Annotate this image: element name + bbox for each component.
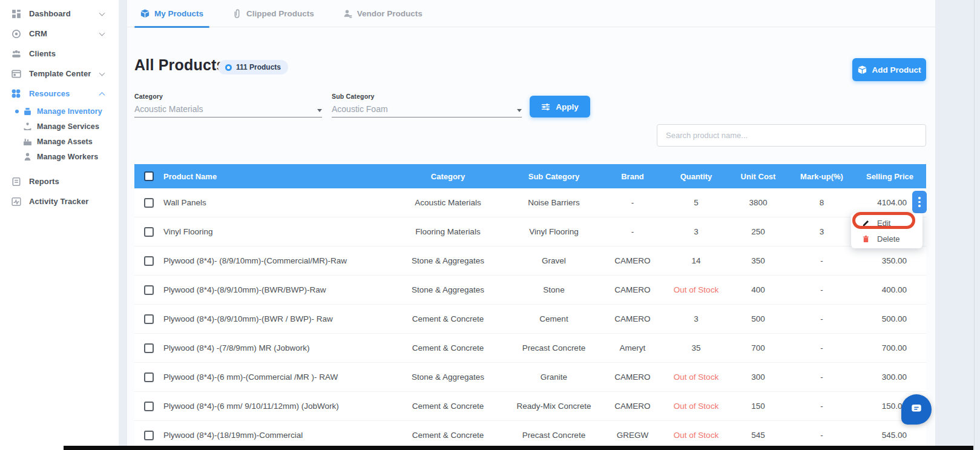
table-row[interactable]: Plywood (8*4)-(6 mm/ 9/10/11/12mm) (JobW… <box>134 392 926 421</box>
apply-button[interactable]: Apply <box>530 96 590 117</box>
active-bullet-icon <box>15 110 19 113</box>
edit-menu-item[interactable]: Edit <box>851 215 922 231</box>
sidebar-item-label: Manage Workers <box>37 153 98 161</box>
add-product-button[interactable]: Add Product <box>852 58 926 81</box>
table-row[interactable]: Plywood (8*4) -(7/8/9mm) MR (Jobwork) Ce… <box>134 334 926 363</box>
cell-selling-price: 350.00 <box>853 256 926 265</box>
paperclip-icon <box>232 9 242 18</box>
tab-clipped-products[interactable]: Clipped Products <box>226 0 320 27</box>
row-checkbox[interactable] <box>144 402 154 411</box>
tab-my-products[interactable]: My Products <box>134 0 209 27</box>
row-checkbox[interactable] <box>144 372 154 382</box>
row-checkbox[interactable] <box>144 314 154 324</box>
main-panel: My Products Clipped Products Vendor Prod… <box>127 0 935 450</box>
sidebar-item-clients[interactable]: Clients <box>0 44 119 64</box>
cell-unit-cost: 500 <box>726 314 790 323</box>
cell-brand: CAMERO <box>599 314 666 323</box>
sidebar-item-resources[interactable]: Resources <box>0 84 119 104</box>
page-title: All Products <box>134 56 225 74</box>
cell-selling-price: 300.00 <box>853 372 926 382</box>
edit-label: Edit <box>877 219 890 228</box>
cell-product-name: Plywood (8*4)-(8/9/10mm)-(BWR / BWP)- Ra… <box>163 314 387 323</box>
row-checkbox[interactable] <box>144 285 154 295</box>
sidebar-item-activity-tracker[interactable]: Activity Tracker <box>0 191 119 211</box>
select-all-checkbox[interactable] <box>144 171 154 181</box>
cell-unit-cost: 545 <box>726 431 790 440</box>
cell-product-name: Plywood (8*4)-(6 mm/ 9/10/11/12mm) (JobW… <box>163 402 387 411</box>
sidebar-item-template-center[interactable]: Template Center <box>0 64 119 84</box>
row-checkbox[interactable] <box>144 256 154 266</box>
sidebar-item-label: Resources <box>29 89 70 98</box>
row-actions-kebab-button[interactable] <box>912 191 927 213</box>
row-checkbox[interactable] <box>144 431 154 440</box>
chat-fab-button[interactable] <box>901 394 932 425</box>
box-icon <box>140 9 150 18</box>
apply-label: Apply <box>556 102 579 111</box>
subcategory-select[interactable]: Acoustic Foam <box>332 102 522 117</box>
products-count-label: 111 Products <box>236 63 281 71</box>
chevron-down-icon <box>99 30 105 36</box>
table-header-row: Product Name Category Sub Category Brand… <box>134 164 926 188</box>
cell-sub-category: Granite <box>508 372 599 382</box>
cell-category: Cement & Concrete <box>387 402 508 411</box>
category-label: Category <box>134 93 163 100</box>
tab-label: Vendor Products <box>357 9 423 18</box>
sidebar-item-label: Activity Tracker <box>29 197 88 206</box>
pencil-icon <box>862 219 870 227</box>
table-body: Wall Panels Acoustic Materials Noise Bar… <box>134 188 926 450</box>
column-markup: Mark-up(%) <box>790 172 853 181</box>
cell-product-name: Plywood (8*4)-(8/9/10mm)-(BWR/BWP)-Raw <box>163 285 387 294</box>
table-row[interactable]: Plywood (8*4)-(8/9/10mm)-(BWR/BWP)-Raw S… <box>134 276 926 305</box>
cell-sub-category: Stone <box>508 285 599 294</box>
subcategory-value: Acoustic Foam <box>332 104 388 114</box>
column-product-name: Product Name <box>163 172 387 181</box>
sidebar-item-reports[interactable]: Reports <box>0 171 119 191</box>
table-row[interactable]: Wall Panels Acoustic Materials Noise Bar… <box>134 188 926 217</box>
table-row[interactable]: Vinyl Flooring Flooring Materials Vinyl … <box>134 217 926 247</box>
column-selling-price: Selling Price <box>853 172 926 181</box>
row-checkbox[interactable] <box>144 343 154 353</box>
sidebar-item-manage-assets[interactable]: Manage Assets <box>0 134 119 149</box>
sidebar-item-manage-services[interactable]: Manage Services <box>0 119 119 134</box>
delete-menu-item[interactable]: Delete <box>851 231 922 247</box>
sidebar-item-label: Manage Services <box>37 122 99 131</box>
cell-brand: CAMERO <box>599 402 666 411</box>
row-checkbox[interactable] <box>144 227 154 237</box>
cell-unit-cost: 3800 <box>726 198 790 207</box>
resources-icon <box>11 88 21 99</box>
sidebar-item-manage-workers[interactable]: Manage Workers <box>0 149 119 164</box>
dashboard-icon <box>11 8 21 19</box>
tab-bar: My Products Clipped Products Vendor Prod… <box>127 0 935 27</box>
cell-product-name: Plywood (8*4)- (8/9/10mm)-(Commercial/MR… <box>163 256 387 265</box>
cell-brand: - <box>599 227 666 236</box>
cell-unit-cost: 250 <box>726 227 790 236</box>
sidebar-item-label: Manage Assets <box>37 137 93 146</box>
cell-category: Acoustic Materials <box>387 198 508 207</box>
sidebar-item-manage-inventory[interactable]: Manage Inventory <box>0 104 119 119</box>
tab-vendor-products[interactable]: Vendor Products <box>337 0 429 27</box>
table-row[interactable]: Plywood (8*4)- (8/9/10mm)-(Commercial/MR… <box>134 247 926 276</box>
search-input[interactable] <box>657 124 926 147</box>
cell-markup: - <box>790 314 853 323</box>
person-icon <box>343 9 352 18</box>
cell-selling-price: 500.00 <box>853 314 926 323</box>
sliders-icon <box>541 102 550 111</box>
cell-markup: - <box>790 372 853 382</box>
category-select[interactable]: Acoustic Materials <box>134 102 322 117</box>
column-sub-category: Sub Category <box>508 172 599 181</box>
sidebar: DashboardCRMClientsTemplate CenterResour… <box>0 0 119 450</box>
table-row[interactable]: Plywood (8*4)-(6 mm)-(Commercial /MR )- … <box>134 363 926 392</box>
cell-sub-category: Precast Concrete <box>508 431 599 440</box>
products-count-badge: 111 Products <box>218 60 288 74</box>
cell-quantity: Out of Stock <box>666 402 726 411</box>
row-checkbox[interactable] <box>144 198 154 208</box>
column-category: Category <box>387 172 508 181</box>
cell-unit-cost: 150 <box>726 402 790 411</box>
cell-unit-cost: 700 <box>726 343 790 352</box>
sidebar-item-label: Dashboard <box>29 9 71 18</box>
sidebar-item-dashboard[interactable]: Dashboard <box>0 4 119 24</box>
sidebar-item-crm[interactable]: CRM <box>0 24 119 44</box>
cell-category: Stone & Aggregates <box>387 372 508 382</box>
table-row[interactable]: Plywood (8*4)-(8/9/10mm)-(BWR / BWP)- Ra… <box>134 305 926 334</box>
sidebar-item-label: Clients <box>29 49 56 58</box>
